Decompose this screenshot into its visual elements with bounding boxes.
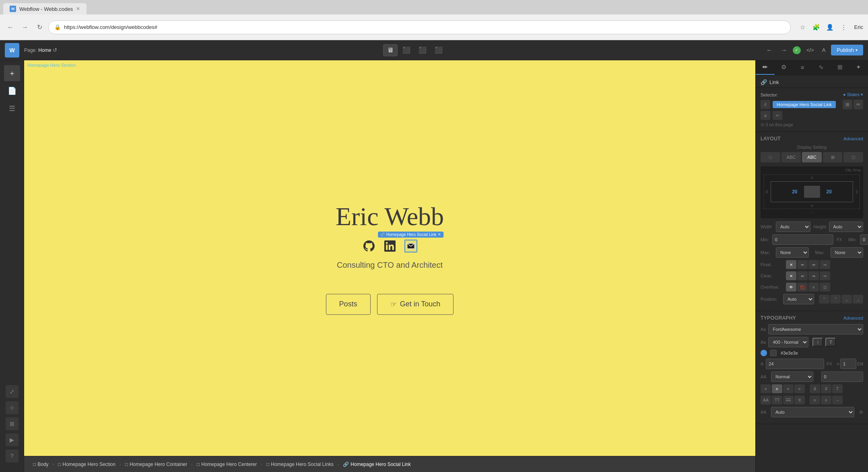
breadcrumb-social-link[interactable]: 🔗 Homepage Hero Social Link (339, 460, 414, 469)
add-element-button[interactable]: ＋ (4, 65, 20, 81)
posts-button[interactable]: Posts (326, 294, 371, 315)
refresh-button[interactable]: ↻ (34, 22, 45, 33)
selector-edit-btn[interactable]: ✏ (773, 111, 782, 120)
letter-spacing-input[interactable] (821, 371, 864, 382)
line-height-input[interactable] (840, 359, 856, 369)
breadcrumb-hero-centerer[interactable]: □ Homepage Hero Centerer (193, 460, 261, 469)
canvas-preview-button[interactable]: ▶ (6, 433, 19, 446)
breadcrumb-hero-container[interactable]: □ Homepage Hero Container (121, 460, 192, 469)
margin-right-value[interactable]: 0 (856, 190, 858, 194)
clear-both-btn[interactable]: ⇔ (820, 271, 830, 280)
clear-right-btn[interactable]: ➡ (808, 271, 819, 280)
canvas-zoom-button[interactable]: ⤢ (6, 385, 19, 398)
word-spacing-select[interactable]: Auto (771, 407, 854, 417)
breadcrumb-body[interactable]: □ Body (29, 460, 53, 469)
font-manager-button[interactable]: A (820, 45, 828, 55)
font-size-input[interactable] (766, 359, 824, 369)
layers-button[interactable]: ☰ (4, 101, 20, 117)
padding-left-value[interactable]: 20 (792, 189, 797, 195)
align-right-btn[interactable]: ≡ (783, 384, 794, 393)
float-none-btn[interactable]: ✕ (786, 260, 796, 269)
clear-left-btn[interactable]: ⬅ (797, 271, 808, 280)
strikethrough-btn[interactable]: T̶ (821, 384, 831, 393)
publish-dropdown-arrow[interactable]: ▾ (856, 48, 858, 52)
color-dropper-icon[interactable] (761, 350, 767, 356)
pos-tr[interactable]: ⌝ (830, 295, 841, 304)
float-both-btn[interactable]: ⇔ (820, 260, 830, 269)
email-social-link[interactable]: 🔗 Homepage Hero Social Link ✕ (404, 240, 417, 252)
display-flex-btn[interactable]: ⊞ (823, 152, 843, 162)
margin-bottom-value[interactable]: 0 (811, 204, 813, 208)
overflow-scroll-btn[interactable]: ≡ (808, 283, 819, 291)
small-caps-btn[interactable]: AA (761, 396, 771, 404)
width-select[interactable]: AutoPX%VW (776, 222, 810, 232)
account-button[interactable]: 👤 (825, 22, 836, 33)
github-social-link[interactable] (363, 240, 375, 252)
height-select[interactable]: AutoPX% (829, 222, 864, 232)
style-tab[interactable]: ✏ (756, 60, 775, 75)
interactions-tab[interactable]: ≡ (793, 60, 812, 75)
page-refresh-button[interactable]: ↺ (53, 47, 57, 53)
align-center-btn[interactable]: ≡ (772, 384, 782, 393)
selector-action-1[interactable]: ⊞ (843, 100, 852, 109)
align-justify-btn[interactable]: ≡ (794, 384, 805, 393)
float-right-btn[interactable]: ➡ (808, 260, 819, 269)
selected-class-badge[interactable]: Homepage Hero Social Link (773, 101, 836, 108)
typography-advanced-btn[interactable]: Advanced (843, 316, 863, 320)
new-tab-button[interactable] (88, 5, 104, 14)
font-family-select[interactable]: FontAwesome (768, 324, 863, 335)
publish-button[interactable]: Publish ▾ (831, 45, 863, 55)
tablet-view-button[interactable]: ⬛ (399, 44, 414, 56)
grid-tab[interactable]: ⊞ (831, 60, 849, 75)
selection-close-button[interactable]: ✕ (438, 232, 441, 236)
overflow-visible-btn[interactable]: 👁 (786, 283, 796, 291)
canvas-grid-button[interactable]: ⊹ (6, 401, 19, 414)
padding-right-value[interactable]: 20 (827, 189, 832, 195)
selector-icon-btn[interactable]: # (761, 100, 770, 109)
position-select[interactable]: AutoStaticRelativeAbsoluteFixed (783, 294, 814, 304)
bookmark-button[interactable]: ☆ (797, 22, 808, 33)
canvas-area[interactable]: Homepage Hero Section Eric Webb (24, 60, 755, 472)
mobile-portrait-button[interactable]: ⬛ (431, 44, 446, 56)
overflow-auto-btn[interactable]: ⊡ (820, 283, 830, 291)
align-left-btn[interactable]: ≡ (761, 384, 771, 393)
italic-btn[interactable]: I (812, 338, 823, 347)
back-button[interactable]: ← (5, 22, 16, 33)
code-view-button[interactable]: </> (804, 45, 816, 55)
pos-tl[interactable]: ⌜ (819, 295, 829, 304)
underline-btn[interactable]: A (810, 384, 820, 393)
linkedin-social-link[interactable] (383, 240, 396, 252)
min-height-input[interactable] (860, 234, 868, 245)
easing-tab[interactable]: ∿ (812, 60, 831, 75)
display-inline-btn[interactable]: ABC (802, 152, 822, 162)
export-tab[interactable]: ✦ (849, 60, 868, 75)
max-width-select[interactable]: None (776, 247, 809, 258)
bold-style-btn[interactable]: T (825, 338, 836, 347)
max-height-select[interactable]: None (831, 247, 864, 258)
redo-button[interactable]: → (778, 45, 790, 56)
display-grid-btn[interactable]: ⬡ (843, 152, 863, 162)
pos-br[interactable]: ⌟ (853, 295, 863, 304)
selector-action-2[interactable]: ✏ (854, 100, 863, 109)
pages-button[interactable]: 📄 (4, 83, 20, 99)
undo-button[interactable]: ← (764, 45, 775, 56)
list-indent-btn[interactable]: → (832, 396, 843, 404)
tt-btn[interactable]: tt (794, 396, 805, 404)
margin-top-value[interactable]: 0 (811, 176, 813, 180)
overflow-hidden-btn[interactable]: 🚫 (797, 283, 808, 291)
display-block-btn[interactable]: ABC (781, 152, 801, 162)
float-left-btn[interactable]: ⬅ (797, 260, 808, 269)
address-bar[interactable]: 🔒 https://webflow.com/design/webbcodes# (48, 21, 791, 34)
breadcrumb-social-links[interactable]: □ Homepage Hero Social Links (262, 460, 338, 469)
clear-none-btn[interactable]: ✕ (786, 271, 796, 280)
layout-advanced-btn[interactable]: Advanced (843, 136, 863, 141)
superscript-btn[interactable]: TT (783, 396, 794, 404)
canvas-frame[interactable]: Eric Webb (24, 60, 755, 456)
transform-select[interactable]: Normal Uppercase Lowercase Capitalize (771, 371, 813, 382)
display-none-btn[interactable]: □ (761, 152, 780, 162)
menu-button[interactable]: ⋮ (838, 22, 849, 33)
get-in-touch-button[interactable]: ☞ Get in Touch (377, 294, 454, 315)
font-weight-select[interactable]: 400 - Normal 700 - Bold (768, 337, 808, 347)
list-ol-btn[interactable]: ≡ (821, 396, 831, 404)
states-button[interactable]: ● States ▾ (843, 92, 863, 97)
